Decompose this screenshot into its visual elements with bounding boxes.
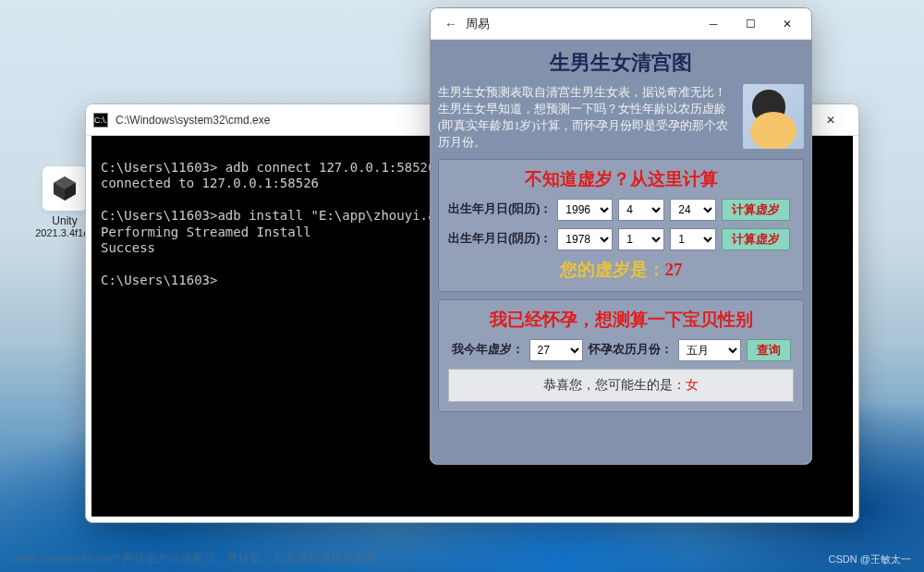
lunar-month-select[interactable]: 1 [618,228,664,250]
close-button[interactable]: ✕ [810,106,851,134]
solar-month-select[interactable]: 4 [618,199,664,221]
zhouyi-app-window: ← 周易 ─ ☐ ✕ 生男生女清宫图 生男生女预测表取自清宫生男生女表，据说奇准… [430,7,812,465]
age-select[interactable]: 27 [529,339,583,361]
panel-predict-gender: 我已经怀孕，想测算一下宝贝性别 我今年虚岁： 27 怀孕农历月份： 五月 查询 … [438,299,804,412]
solar-label: 出生年月日(阳历)： [448,201,552,217]
lunar-year-select[interactable]: 1978 [557,228,613,250]
pregnant-woman-image [743,84,804,149]
watermark-right: CSDN @王敏太一 [829,553,911,566]
gender-result-value: 女 [686,378,699,392]
gender-result-prefix: 恭喜您，您可能生的是： [543,378,686,392]
gender-result-box: 恭喜您，您可能生的是：女 [448,369,794,402]
age-label: 我今年虚岁： [452,342,524,358]
preg-month-select[interactable]: 五月 [678,339,741,361]
app-title-text: 周易 [466,16,695,32]
solar-row: 出生年月日(阳历)： 1996 4 24 计算虚岁 [448,199,794,221]
panel-calculate-age: 不知道虚岁？从这里计算 出生年月日(阳历)： 1996 4 24 计算虚岁 出生… [438,159,804,292]
lunar-day-select[interactable]: 1 [670,228,716,250]
lunar-row: 出生年月日(阴历)： 1978 1 1 计算虚岁 [448,228,794,250]
intro-text: 生男生女预测表取自清宫生男生女表，据说奇准无比！生男生女早知道，想预测一下吗？女… [438,84,737,152]
app-heading: 生男生女清宫图 [438,49,804,77]
solar-day-select[interactable]: 24 [670,199,716,221]
preg-month-label: 怀孕农历月份： [589,342,673,358]
panel-calc-title: 不知道虚岁？从这里计算 [448,167,794,191]
watermark-left: www.toymoban.com 网络图片仅供展示，禁转载，如有侵权请联系删除 [13,551,377,566]
age-result-value: 27 [665,260,683,279]
calc-solar-button[interactable]: 计算虚岁 [722,199,790,221]
unity-icon [43,166,87,211]
age-result-prefix: 您的虚岁是： [560,260,665,279]
predict-row: 我今年虚岁： 27 怀孕农历月份： 五月 查询 [448,339,794,361]
intro-row: 生男生女预测表取自清宫生男生女表，据说奇准无比！生男生女早知道，想预测一下吗？女… [438,84,804,152]
back-button[interactable]: ← [436,17,466,31]
app-maximize-button[interactable]: ☐ [732,10,769,38]
app-minimize-button[interactable]: ─ [695,10,732,38]
solar-year-select[interactable]: 1996 [557,199,613,221]
panel-predict-title: 我已经怀孕，想测算一下宝贝性别 [448,308,794,332]
calc-lunar-button[interactable]: 计算虚岁 [722,228,790,250]
query-button[interactable]: 查询 [747,339,791,361]
lunar-label: 出生年月日(阴历)： [448,231,552,247]
cmd-icon: C:\. [93,113,108,128]
virtual-age-result: 您的虚岁是：27 [448,258,794,282]
app-titlebar[interactable]: ← 周易 ─ ☐ ✕ [431,8,811,40]
app-body: 生男生女清宫图 生男生女预测表取自清宫生男生女表，据说奇准无比！生男生女早知道，… [431,40,811,464]
app-close-button[interactable]: ✕ [769,10,806,38]
